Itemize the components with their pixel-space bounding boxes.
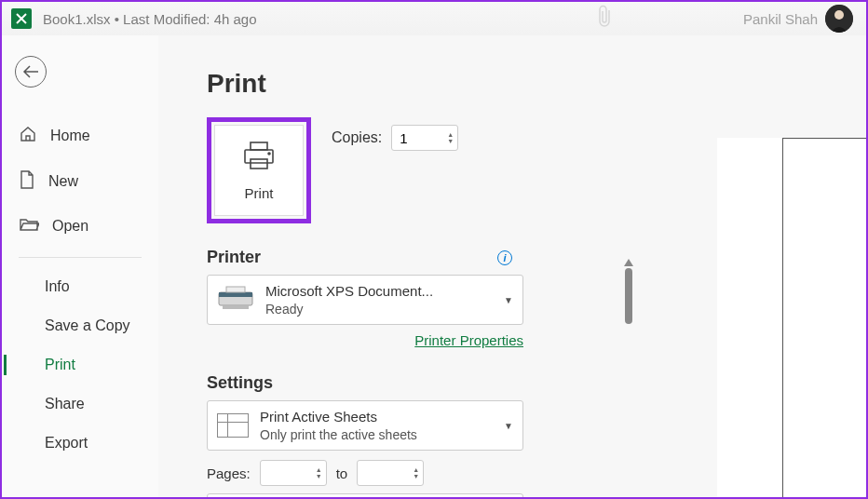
pages-label: Pages: bbox=[207, 465, 251, 481]
back-button[interactable] bbox=[15, 56, 47, 88]
print-backstage-view: Print Print Copies: ▲▼ bbox=[158, 35, 866, 497]
page-title: Print bbox=[207, 69, 523, 99]
svg-rect-4 bbox=[251, 159, 267, 169]
print-button[interactable]: Print bbox=[214, 125, 304, 216]
pages-to-label: to bbox=[336, 465, 348, 481]
spinner-arrows-icon[interactable]: ▲▼ bbox=[413, 466, 419, 479]
scrollbar-thumb[interactable] bbox=[625, 268, 632, 324]
svg-rect-3 bbox=[251, 142, 267, 150]
spinner-arrows-icon[interactable]: ▲▼ bbox=[316, 466, 322, 479]
sidebar-divider bbox=[19, 257, 142, 258]
sidebar-label: Home bbox=[50, 128, 90, 144]
sidebar-item-new[interactable]: New bbox=[2, 158, 158, 205]
settings-section-header: Settings bbox=[207, 373, 523, 393]
chevron-down-icon: ▼ bbox=[504, 421, 513, 431]
print-button-label: Print bbox=[245, 185, 274, 201]
sheet-grid-icon bbox=[217, 413, 249, 438]
scroll-up-arrow-icon[interactable] bbox=[624, 259, 633, 266]
document-title: Book1.xlsx • Last Modified: 4h ago bbox=[43, 11, 257, 27]
svg-rect-8 bbox=[223, 305, 249, 309]
copies-label: Copies: bbox=[332, 129, 382, 146]
attachment-icon bbox=[596, 5, 615, 33]
copies-spinner[interactable]: ▲▼ bbox=[391, 125, 458, 151]
chevron-down-icon: ▼ bbox=[504, 295, 513, 305]
title-bar: Book1.xlsx • Last Modified: 4h ago Panki… bbox=[2, 2, 866, 35]
sidebar-item-save-copy[interactable]: Save a Copy bbox=[2, 306, 158, 345]
printer-section-header: Printer i bbox=[207, 248, 523, 267]
pages-to-spinner[interactable]: ▲▼ bbox=[357, 460, 424, 486]
copies-input[interactable] bbox=[392, 130, 433, 146]
printer-device-icon bbox=[217, 285, 254, 315]
printer-icon bbox=[239, 141, 278, 174]
sidebar-item-share[interactable]: Share bbox=[2, 384, 158, 424]
printer-selector-dropdown[interactable]: Microsoft XPS Document... Ready ▼ bbox=[207, 275, 523, 325]
settings-scrollbar[interactable] bbox=[624, 259, 633, 499]
user-avatar[interactable] bbox=[825, 5, 853, 33]
home-icon bbox=[19, 125, 37, 147]
collation-dropdown[interactable]: Collated 1,2,3 1,2,3 1,2,3 ▼ bbox=[207, 493, 523, 499]
spinner-arrows-icon[interactable]: ▲▼ bbox=[447, 131, 454, 144]
info-icon[interactable]: i bbox=[497, 250, 512, 265]
print-what-dropdown[interactable]: Print Active Sheets Only print the activ… bbox=[207, 400, 523, 451]
svg-point-1 bbox=[834, 10, 844, 20]
print-preview-area: 1 bbox=[717, 138, 868, 499]
preview-page: 1 bbox=[782, 138, 868, 499]
backstage-sidebar: Home New Open Info Save a Copy Print Sha… bbox=[2, 35, 158, 497]
sidebar-item-export[interactable]: Export bbox=[2, 424, 158, 463]
sidebar-item-print[interactable]: Print bbox=[2, 345, 158, 384]
pages-to-input[interactable] bbox=[358, 465, 399, 481]
printer-properties-link[interactable]: Printer Properties bbox=[414, 332, 523, 348]
printer-name: Microsoft XPS Document... bbox=[265, 283, 493, 299]
pages-from-spinner[interactable]: ▲▼ bbox=[260, 460, 327, 486]
svg-rect-9 bbox=[226, 287, 245, 292]
sidebar-label: Open bbox=[52, 218, 88, 235]
svg-rect-7 bbox=[219, 292, 252, 297]
svg-rect-2 bbox=[245, 150, 273, 163]
sidebar-label: New bbox=[48, 173, 78, 190]
excel-app-icon bbox=[11, 8, 32, 29]
open-folder-icon bbox=[19, 216, 39, 236]
sidebar-item-info[interactable]: Info bbox=[2, 267, 158, 306]
print-button-highlight: Print bbox=[207, 117, 311, 223]
user-name: Pankil Shah bbox=[743, 11, 818, 27]
printer-status: Ready bbox=[265, 302, 493, 317]
svg-point-5 bbox=[268, 153, 270, 155]
sidebar-item-home[interactable]: Home bbox=[2, 114, 158, 158]
sidebar-item-open[interactable]: Open bbox=[2, 205, 158, 248]
pages-from-input[interactable] bbox=[261, 465, 302, 481]
new-file-icon bbox=[19, 169, 35, 194]
